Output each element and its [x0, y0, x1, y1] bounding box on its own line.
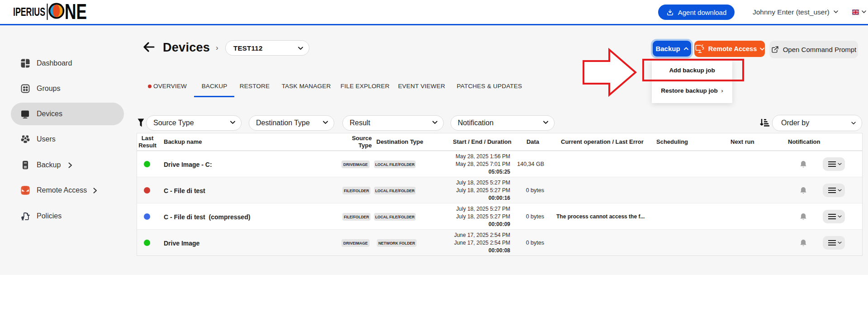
svg-text:NE: NE — [65, 2, 87, 22]
svg-text:IPERIUS: IPERIUS — [13, 5, 45, 18]
